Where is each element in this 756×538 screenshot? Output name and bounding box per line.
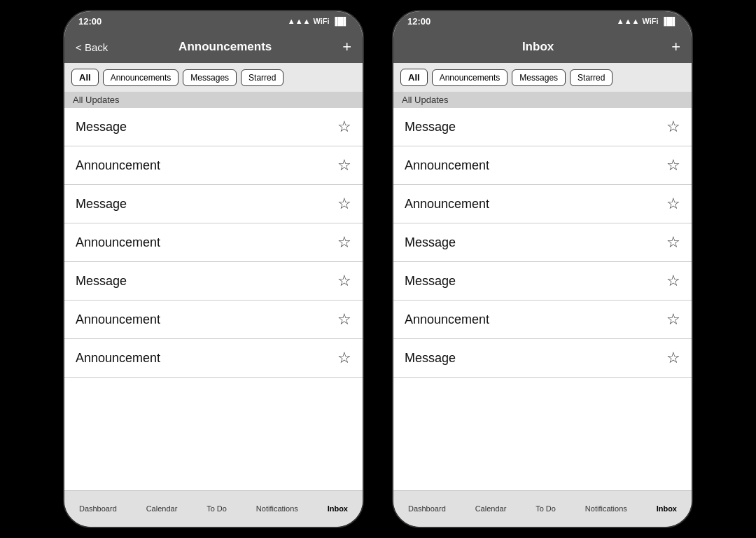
time-1: 12:00 bbox=[78, 16, 102, 27]
filter-all-2[interactable]: All bbox=[400, 69, 428, 86]
list-item[interactable]: Message ☆ bbox=[393, 262, 692, 301]
star-icon[interactable]: ☆ bbox=[666, 312, 680, 327]
list-item[interactable]: Message ☆ bbox=[64, 185, 363, 223]
star-icon[interactable]: ☆ bbox=[337, 235, 351, 250]
status-icons-2: ▲▲▲ WiFi ▐█▌ bbox=[617, 17, 678, 25]
phone-2: 12:00 ▲▲▲ WiFi ▐█▌ Inbox + All Announcem… bbox=[392, 10, 693, 528]
star-icon[interactable]: ☆ bbox=[337, 196, 351, 212]
list-item[interactable]: Announcement ☆ bbox=[393, 185, 692, 223]
star-icon[interactable]: ☆ bbox=[666, 196, 680, 212]
filter-bar-2: All Announcements Messages Starred bbox=[393, 63, 692, 92]
star-icon[interactable]: ☆ bbox=[337, 273, 351, 289]
tab-bar-1: Dashboard Calendar To Do Notifications I… bbox=[64, 490, 363, 527]
back-button-1[interactable]: < Back bbox=[76, 41, 108, 53]
tab-inbox-1[interactable]: Inbox bbox=[328, 504, 348, 513]
tab-notifications-1[interactable]: Notifications bbox=[256, 504, 298, 513]
star-icon[interactable]: ☆ bbox=[666, 235, 680, 250]
tab-inbox-2[interactable]: Inbox bbox=[657, 504, 677, 513]
section-header-1: All Updates bbox=[64, 92, 363, 108]
nav-bar-1: < Back Announcements + bbox=[64, 31, 363, 63]
filter-starred-2[interactable]: Starred bbox=[570, 69, 612, 86]
filter-all-1[interactable]: All bbox=[71, 69, 99, 86]
star-icon[interactable]: ☆ bbox=[666, 158, 680, 173]
filter-bar-1: All Announcements Messages Starred bbox=[64, 63, 363, 92]
filter-announcements-1[interactable]: Announcements bbox=[103, 69, 179, 86]
list-item[interactable]: Message ☆ bbox=[393, 339, 692, 378]
list-item[interactable]: Announcement ☆ bbox=[64, 301, 363, 339]
star-icon[interactable]: ☆ bbox=[666, 273, 680, 289]
list-item[interactable]: Announcement ☆ bbox=[64, 339, 363, 378]
wifi-icon-2: WiFi bbox=[642, 17, 658, 25]
nav-title-1: Announcements bbox=[178, 40, 272, 54]
list-item[interactable]: Announcement ☆ bbox=[393, 146, 692, 185]
list-item[interactable]: Announcement ☆ bbox=[64, 223, 363, 262]
status-icons-1: ▲▲▲ WiFi ▐█▌ bbox=[288, 17, 349, 25]
star-icon[interactable]: ☆ bbox=[666, 350, 680, 366]
tab-calendar-2[interactable]: Calendar bbox=[475, 504, 507, 513]
status-bar-1: 12:00 ▲▲▲ WiFi ▐█▌ bbox=[64, 11, 363, 31]
list-item[interactable]: Message ☆ bbox=[64, 262, 363, 301]
status-bar-2: 12:00 ▲▲▲ WiFi ▐█▌ bbox=[393, 11, 692, 31]
star-icon[interactable]: ☆ bbox=[337, 312, 351, 327]
list-item[interactable]: Announcement ☆ bbox=[64, 146, 363, 185]
wifi-icon-1: WiFi bbox=[313, 17, 329, 25]
list-container-2: Message ☆ Announcement ☆ Announcement ☆ … bbox=[393, 108, 692, 490]
battery-icon-2: ▐█▌ bbox=[662, 17, 678, 25]
list-item[interactable]: Message ☆ bbox=[393, 223, 692, 262]
filter-messages-1[interactable]: Messages bbox=[183, 69, 237, 86]
signal-icon-2: ▲▲▲ bbox=[617, 17, 640, 25]
star-icon[interactable]: ☆ bbox=[337, 158, 351, 173]
add-button-2[interactable]: + bbox=[671, 38, 680, 56]
list-item[interactable]: Message ☆ bbox=[393, 108, 692, 146]
tab-todo-2[interactable]: To Do bbox=[536, 504, 556, 513]
tab-todo-1[interactable]: To Do bbox=[206, 504, 227, 513]
section-header-2: All Updates bbox=[393, 92, 692, 108]
filter-messages-2[interactable]: Messages bbox=[512, 69, 566, 86]
signal-icon-1: ▲▲▲ bbox=[288, 17, 311, 25]
list-item[interactable]: Announcement ☆ bbox=[393, 301, 692, 339]
time-2: 12:00 bbox=[407, 16, 430, 27]
list-item[interactable]: Message ☆ bbox=[64, 108, 363, 146]
phones-container: 12:00 ▲▲▲ WiFi ▐█▌ < Back Announcements … bbox=[0, 0, 756, 538]
tab-dashboard-2[interactable]: Dashboard bbox=[408, 504, 446, 513]
tab-notifications-2[interactable]: Notifications bbox=[585, 504, 627, 513]
phone-1: 12:00 ▲▲▲ WiFi ▐█▌ < Back Announcements … bbox=[63, 10, 364, 528]
add-button-1[interactable]: + bbox=[342, 38, 351, 56]
list-container-1: Message ☆ Announcement ☆ Message ☆ Annou… bbox=[64, 108, 363, 490]
star-icon[interactable]: ☆ bbox=[337, 119, 351, 134]
tab-bar-2: Dashboard Calendar To Do Notifications I… bbox=[393, 490, 692, 527]
filter-announcements-2[interactable]: Announcements bbox=[432, 69, 508, 86]
tab-dashboard-1[interactable]: Dashboard bbox=[79, 504, 117, 513]
tab-calendar-1[interactable]: Calendar bbox=[146, 504, 178, 513]
nav-bar-2: Inbox + bbox=[393, 31, 692, 63]
star-icon[interactable]: ☆ bbox=[666, 119, 680, 134]
filter-starred-1[interactable]: Starred bbox=[241, 69, 284, 86]
nav-title-2: Inbox bbox=[522, 40, 554, 54]
star-icon[interactable]: ☆ bbox=[337, 350, 351, 366]
battery-icon-1: ▐█▌ bbox=[332, 17, 349, 25]
